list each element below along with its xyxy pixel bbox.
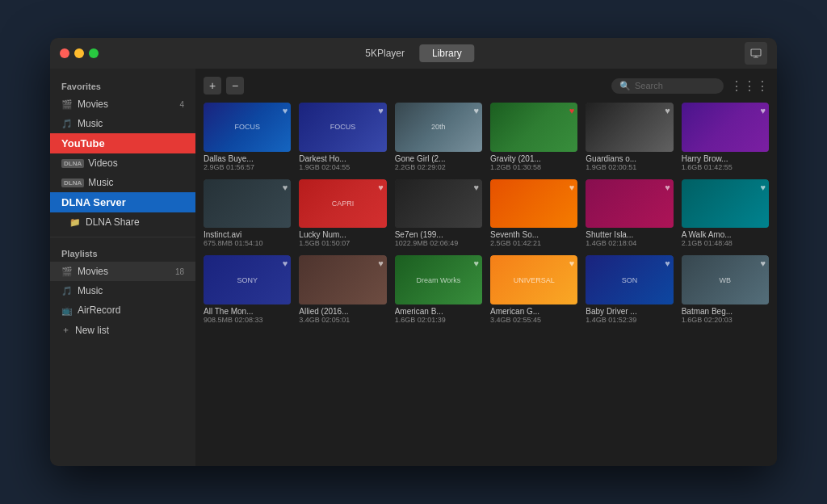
- heart-icon[interactable]: ♥: [378, 258, 384, 268]
- sidebar-item-newlist[interactable]: ＋ New list: [50, 320, 195, 340]
- heart-icon[interactable]: ♥: [473, 258, 479, 268]
- heart-icon[interactable]: ♥: [760, 183, 766, 192]
- heart-icon[interactable]: ♥: [473, 106, 479, 116]
- svg-rect-0: [751, 49, 761, 56]
- music-icon: 🎵: [61, 119, 73, 129]
- maximize-button[interactable]: [89, 48, 99, 58]
- item-meta: 3.4GB 02:05:01: [299, 316, 386, 324]
- thumbnail: [490, 179, 577, 229]
- item-meta: 1.4GB 02:18:04: [586, 239, 673, 247]
- item-title: All The Mon...: [204, 307, 291, 316]
- traffic-lights: [60, 48, 99, 58]
- grid-item[interactable]: SONY♥All The Mon...908.5MB 02:08:33: [204, 255, 291, 324]
- item-meta: 1022.9MB 02:06:49: [395, 239, 482, 247]
- sidebar-item-pl-movies[interactable]: 🎬 Movies 18: [50, 262, 195, 281]
- grid-item[interactable]: ♥Gravity (201...1.2GB 01:30:58: [490, 103, 577, 171]
- item-title: Darkest Ho...: [299, 154, 386, 163]
- grid-item[interactable]: ♥Harry Brow...1.6GB 01:42:55: [682, 103, 769, 171]
- grid-item[interactable]: ♥Guardians o...1.9GB 02:00:51: [586, 103, 673, 171]
- minimize-button[interactable]: [74, 48, 84, 58]
- grid-item[interactable]: UNIVERSAL♥American G...3.4GB 02:55:45: [490, 255, 577, 324]
- search-input[interactable]: [635, 81, 716, 90]
- thumbnail: [682, 179, 769, 229]
- dlna-button[interactable]: [745, 42, 767, 65]
- heart-icon[interactable]: ♥: [378, 183, 384, 192]
- titlebar-right: [745, 42, 767, 65]
- thumbnail: CAPRI: [299, 179, 386, 229]
- sidebar-item-pl-airrecord[interactable]: 📺 AirRecord: [50, 300, 195, 320]
- heart-icon[interactable]: ♥: [283, 183, 288, 192]
- heart-icon[interactable]: ♥: [378, 106, 384, 116]
- dlna-tag-videos: DLNA: [61, 159, 84, 168]
- pl-movies-label: Movies: [78, 266, 108, 277]
- heart-icon[interactable]: ♥: [760, 106, 766, 116]
- grid-item[interactable]: Dream Works♥American B...1.6GB 02:01:39: [395, 255, 482, 324]
- heart-icon[interactable]: ♥: [283, 106, 288, 116]
- sidebar-item-movies[interactable]: 🎬 Movies 4: [50, 94, 195, 114]
- heart-icon[interactable]: ♥: [665, 106, 670, 116]
- sidebar-item-dlna-music[interactable]: DLNA Music: [50, 173, 195, 192]
- grid-item[interactable]: SON♥Baby Driver ...1.4GB 01:52:39: [586, 255, 673, 324]
- thumbnail: WB: [682, 255, 769, 304]
- item-meta: 1.6GB 01:42:55: [682, 163, 769, 171]
- sidebar-item-pl-music[interactable]: 🎵 Music: [50, 281, 195, 300]
- item-meta: 1.9GB 02:04:55: [299, 163, 386, 171]
- heart-icon[interactable]: ♥: [569, 106, 575, 116]
- titlebar: 5KPlayer Library: [50, 38, 777, 69]
- tab-library[interactable]: Library: [419, 44, 475, 62]
- grid-item[interactable]: 20th♥Gone Girl (2...2.2GB 02:29:02: [395, 103, 482, 171]
- item-title: American B...: [395, 307, 482, 316]
- item-title: Gone Girl (2...: [395, 154, 482, 163]
- tab-5kplayer[interactable]: 5KPlayer: [352, 44, 418, 62]
- heart-icon[interactable]: ♥: [283, 258, 288, 268]
- grid-item[interactable]: ♥Allied (2016...3.4GB 02:05:01: [299, 255, 386, 324]
- grid-item[interactable]: ♥Se7en (199...1022.9MB 02:06:49: [395, 179, 482, 248]
- grid-item[interactable]: ♥Seventh So...2.5GB 01:42:21: [490, 179, 577, 248]
- dlna-music-label: Music: [88, 177, 113, 188]
- item-title: Guardians o...: [586, 154, 673, 163]
- grid-item[interactable]: ♥A Walk Amo...2.1GB 01:48:48: [682, 179, 769, 248]
- heart-icon[interactable]: ♥: [473, 183, 479, 192]
- thumbnail: UNIVERSAL: [490, 255, 577, 304]
- item-title: Allied (2016...: [299, 307, 386, 316]
- heart-icon[interactable]: ♥: [760, 258, 766, 268]
- close-button[interactable]: [60, 48, 69, 58]
- item-meta: 1.9GB 02:00:51: [586, 163, 673, 171]
- main-window: 5KPlayer Library Favorites 🎬 Movies 4: [50, 38, 777, 466]
- main-content: Favorites 🎬 Movies 4 🎵 Music YouTube DLN…: [50, 69, 777, 466]
- grid-view-toggle[interactable]: ⋮⋮⋮: [730, 78, 769, 94]
- item-title: Gravity (201...: [490, 154, 577, 163]
- heart-icon[interactable]: ♥: [665, 183, 670, 192]
- sidebar-item-music[interactable]: 🎵 Music: [50, 114, 195, 133]
- search-box[interactable]: 🔍: [611, 78, 724, 94]
- remove-button[interactable]: −: [226, 77, 244, 94]
- sidebar-item-youtube[interactable]: YouTube: [50, 133, 195, 153]
- thumbnail: FOCUS: [204, 103, 291, 152]
- sidebar-item-dlna-share[interactable]: 📁 DLNA Share: [50, 212, 195, 232]
- pl-music-icon: 🎵: [61, 286, 73, 296]
- grid-item[interactable]: CAPRI♥Lucky Num...1.5GB 01:50:07: [299, 179, 386, 248]
- thumbnail: 20th: [395, 103, 482, 152]
- heart-icon[interactable]: ♥: [569, 258, 575, 268]
- thumbnail: [299, 255, 386, 304]
- media-grid: FOCUS♥Dallas Buye...2.9GB 01:56:57FOCUS♥…: [204, 103, 769, 324]
- grid-item[interactable]: FOCUS♥Darkest Ho...1.9GB 02:04:55: [299, 103, 386, 171]
- sidebar-item-dlna-server[interactable]: DLNA Server: [50, 192, 195, 212]
- item-meta: 2.2GB 02:29:02: [395, 163, 482, 171]
- grid-item[interactable]: ♥Instinct.avi675.8MB 01:54:10: [204, 179, 291, 248]
- grid-item[interactable]: FOCUS♥Dallas Buye...2.9GB 01:56:57: [204, 103, 291, 171]
- pl-movies-badge: 18: [175, 267, 184, 276]
- tab-bar: 5KPlayer Library: [352, 44, 474, 62]
- heart-icon[interactable]: ♥: [569, 183, 575, 192]
- sidebar-item-dlna-videos[interactable]: DLNA Videos: [50, 153, 195, 173]
- add-button[interactable]: +: [204, 77, 221, 94]
- item-meta: 3.4GB 02:55:45: [490, 316, 577, 324]
- heart-icon[interactable]: ♥: [665, 258, 670, 268]
- toolbar-left: + −: [204, 77, 244, 94]
- movies-badge: 4: [179, 100, 184, 109]
- pl-movies-icon: 🎬: [61, 267, 73, 277]
- content-area: + − 🔍 ⋮⋮⋮ FOCUS♥Dallas Buye...2.9GB 01:5…: [195, 69, 777, 466]
- youtube-label: YouTube: [61, 137, 105, 149]
- grid-item[interactable]: ♥Shutter Isla...1.4GB 02:18:04: [586, 179, 673, 248]
- grid-item[interactable]: WB♥Batman Beg...1.6GB 02:20:03: [682, 255, 769, 324]
